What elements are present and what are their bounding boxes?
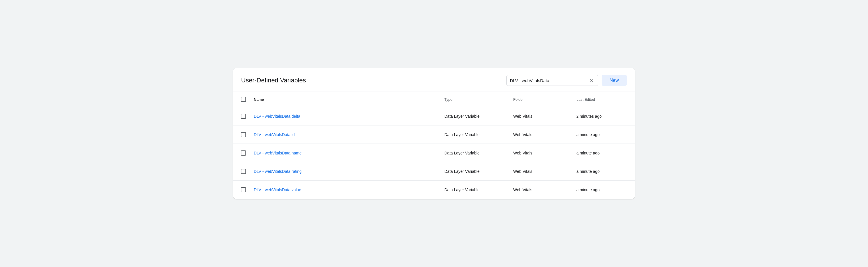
main-container: User-Defined Variables DLV - webVitalsDa… [233,68,635,199]
table-row: DLV - webVitalsData.id Data Layer Variab… [233,125,635,144]
column-header-type: Type [440,95,508,104]
select-all-checkbox-cell [233,95,249,104]
search-input-value[interactable]: DLV - webVitalsData. [510,78,586,83]
row-checkbox-cell [233,132,249,137]
row-checkbox[interactable] [241,114,246,119]
row-name[interactable]: DLV - webVitalsData.name [249,146,440,160]
row-checkbox[interactable] [241,187,246,192]
row-checkbox[interactable] [241,169,246,174]
row-name[interactable]: DLV - webVitalsData.delta [249,109,440,123]
variables-table: Name ↑ Type Folder Last Edited DLV - web… [233,92,635,199]
row-type: Data Layer Variable [440,165,508,178]
row-folder: Web Vitals [508,165,572,178]
search-box: DLV - webVitalsData. ✕ [506,75,598,86]
row-type: Data Layer Variable [440,183,508,197]
row-checkbox-cell [233,150,249,156]
table-row: DLV - webVitalsData.value Data Layer Var… [233,181,635,199]
row-checkbox[interactable] [241,132,246,137]
row-edited: 2 minutes ago [572,109,635,123]
new-button[interactable]: New [601,75,627,86]
row-checkbox-cell [233,169,249,174]
row-edited: a minute ago [572,165,635,178]
row-edited: a minute ago [572,146,635,160]
row-folder: Web Vitals [508,183,572,197]
row-edited: a minute ago [572,183,635,197]
column-header-name: Name ↑ [249,95,440,104]
table-row: DLV - webVitalsData.name Data Layer Vari… [233,144,635,162]
column-header-edited: Last Edited [572,95,635,104]
sort-ascending-icon[interactable]: ↑ [265,97,267,101]
row-type: Data Layer Variable [440,128,508,142]
row-folder: Web Vitals [508,109,572,123]
table-header: Name ↑ Type Folder Last Edited [233,92,635,107]
row-checkbox-cell [233,114,249,119]
row-edited: a minute ago [572,128,635,142]
header: User-Defined Variables DLV - webVitalsDa… [233,68,635,92]
row-folder: Web Vitals [508,146,572,160]
row-folder: Web Vitals [508,128,572,142]
row-checkbox-cell [233,187,249,192]
row-type: Data Layer Variable [440,146,508,160]
page-title: User-Defined Variables [241,77,306,84]
row-name[interactable]: DLV - webVitalsData.value [249,183,440,197]
table-row: DLV - webVitalsData.rating Data Layer Va… [233,162,635,181]
row-name[interactable]: DLV - webVitalsData.rating [249,165,440,178]
row-type: Data Layer Variable [440,109,508,123]
clear-icon[interactable]: ✕ [589,78,594,83]
select-all-checkbox[interactable] [241,97,246,102]
row-checkbox[interactable] [241,150,246,156]
row-name[interactable]: DLV - webVitalsData.id [249,128,440,142]
column-header-folder: Folder [508,95,572,104]
table-row: DLV - webVitalsData.delta Data Layer Var… [233,107,635,125]
table-body: DLV - webVitalsData.delta Data Layer Var… [233,107,635,199]
header-actions: DLV - webVitalsData. ✕ New [506,75,627,86]
